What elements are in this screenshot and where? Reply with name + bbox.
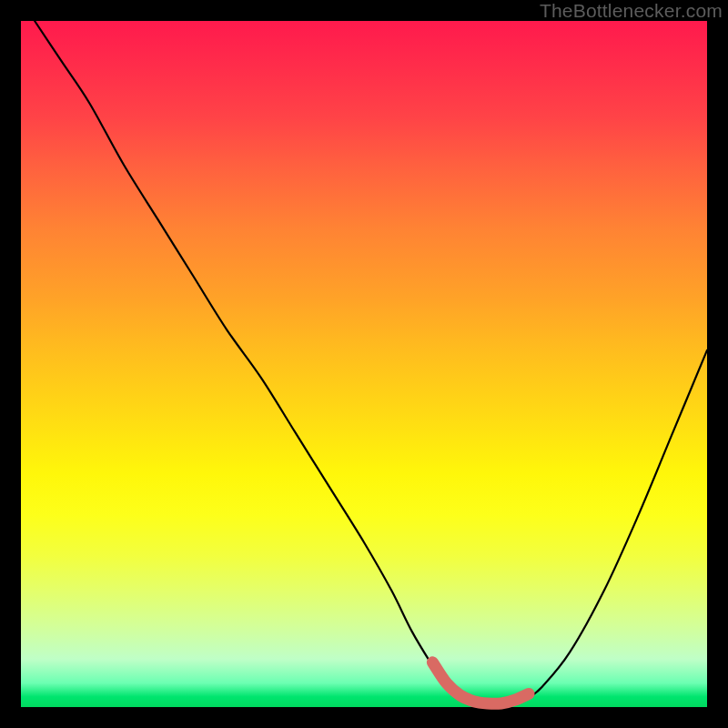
plot-area	[21, 21, 707, 707]
optimal-range-marker	[432, 662, 529, 704]
chart-frame: TheBottlenecker.com	[0, 0, 728, 728]
curve-layer	[21, 21, 707, 707]
bottleneck-curve	[35, 21, 707, 707]
watermark-text: TheBottlenecker.com	[540, 0, 723, 22]
